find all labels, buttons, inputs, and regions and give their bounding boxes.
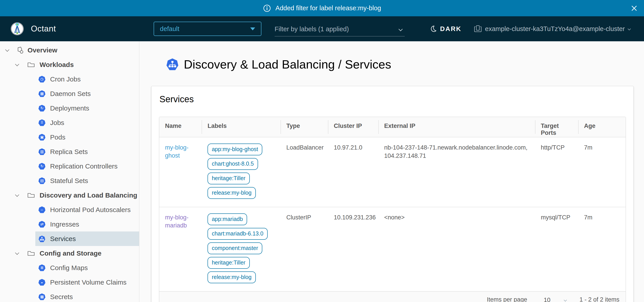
sidebar-item-pods[interactable]: ▣ Pods bbox=[35, 130, 139, 145]
cluster-ip: 10.97.21.0 bbox=[328, 137, 378, 207]
cronjob-icon: ◷ bbox=[38, 76, 46, 83]
sidebar-item-secrets[interactable]: ▩ Secrets bbox=[35, 290, 139, 302]
sidebar-item-config-maps[interactable]: ≣ Config Maps bbox=[35, 261, 139, 275]
folder-icon bbox=[28, 250, 35, 256]
column-header-cluster-ip: Cluster IP bbox=[328, 117, 378, 137]
deployment-icon: ↻ bbox=[38, 105, 46, 112]
label-pill[interactable]: app:my-blog-ghost bbox=[208, 144, 262, 155]
sidebar-item-daemon-sets[interactable]: ▦ Daemon Sets bbox=[35, 86, 139, 101]
target-ports: mysql/TCP bbox=[535, 207, 578, 291]
alert-banner: Added filter for label release:my-blog bbox=[0, 0, 644, 16]
column-header-target-ports: Target Ports bbox=[535, 117, 578, 137]
close-icon[interactable] bbox=[630, 4, 638, 12]
page-size-select[interactable]: 10 bbox=[541, 297, 567, 302]
cluster-name: example-cluster-ka3TuTzYo4a@example-clus… bbox=[485, 25, 625, 33]
app-header: Octant default Filter by labels (1 appli… bbox=[0, 16, 644, 41]
table-row: my-blog-ghost app:my-blog-ghost chart:gh… bbox=[159, 137, 626, 207]
sidebar-item-stateful-sets[interactable]: ▤ Stateful Sets bbox=[35, 173, 139, 188]
sidebar-item-ingresses[interactable]: ⇄ Ingresses bbox=[35, 217, 139, 231]
pagination-bar: Items per page 10 1 - 2 of 2 items bbox=[159, 291, 626, 302]
label-filter-dropdown[interactable]: Filter by labels (1 applied) bbox=[274, 23, 405, 36]
age: 7m bbox=[578, 207, 626, 291]
pagination-range: 1 - 2 of 2 items bbox=[580, 296, 620, 302]
service-type: ClusterIP bbox=[281, 207, 328, 291]
label-pill[interactable]: component:master bbox=[208, 242, 262, 254]
job-icon: ⠿ bbox=[38, 119, 46, 126]
service-type: LoadBalancer bbox=[281, 137, 328, 207]
service-icon bbox=[38, 235, 46, 242]
column-header-name: Name bbox=[159, 117, 202, 137]
pod-icon: ▣ bbox=[38, 134, 46, 141]
namespace-select[interactable]: default bbox=[154, 22, 262, 36]
table-header-row: Name Labels Type Cluster IP External IP … bbox=[159, 117, 626, 137]
column-header-type: Type bbox=[281, 117, 328, 137]
info-icon bbox=[263, 4, 271, 12]
external-ip: <none> bbox=[378, 207, 535, 291]
sidebar-item-replication-controllers[interactable]: ↻ Replication Controllers bbox=[35, 159, 139, 173]
chevron-down-icon bbox=[398, 27, 402, 31]
page-title-text: Discovery & Load Balancing / Services bbox=[184, 57, 391, 71]
sidebar-item-replica-sets[interactable]: ▥ Replica Sets bbox=[35, 145, 139, 159]
chevron-down-icon[interactable] bbox=[5, 47, 9, 52]
chevron-down-icon bbox=[628, 27, 631, 30]
cluster-icon bbox=[474, 25, 482, 33]
statefulset-icon: ▤ bbox=[38, 177, 46, 184]
service-name-link[interactable]: my-blog-ghost bbox=[165, 144, 196, 160]
dropdown-arrow-icon bbox=[250, 27, 255, 30]
page-size-value: 10 bbox=[544, 297, 550, 302]
moon-icon bbox=[430, 25, 437, 32]
pvc-icon: ◒ bbox=[38, 279, 46, 286]
label-pill[interactable]: chart:ghost-8.0.5 bbox=[208, 158, 258, 170]
theme-toggle-label: DARK bbox=[440, 25, 462, 33]
label-pill[interactable]: heritage:Tiller bbox=[208, 172, 250, 184]
label-pill[interactable]: heritage:Tiller bbox=[208, 257, 250, 269]
services-table: Name Labels Type Cluster IP External IP … bbox=[159, 117, 626, 302]
sidebar-group-config-and-storage[interactable]: Config and Storage bbox=[0, 246, 139, 261]
hpa-icon: ⇔ bbox=[38, 206, 46, 213]
sidebar-group-workloads[interactable]: Workloads bbox=[0, 57, 139, 72]
replication-controller-icon: ↻ bbox=[38, 163, 46, 170]
age: 7m bbox=[578, 137, 626, 207]
sidebar-item-persistent-volume-claims[interactable]: ◒ Persistent Volume Claims bbox=[35, 275, 139, 290]
target-ports: http/TCP bbox=[535, 137, 578, 207]
cluster-ip: 10.109.231.236 bbox=[328, 207, 378, 291]
label-pill[interactable]: release:my-blog bbox=[208, 271, 256, 283]
sidebar-item-jobs[interactable]: ⠿ Jobs bbox=[35, 115, 139, 130]
label-pill[interactable]: chart:mariadb-6.13.0 bbox=[208, 228, 268, 240]
chevron-down-icon[interactable] bbox=[15, 62, 19, 66]
service-icon bbox=[166, 58, 178, 70]
secret-icon: ▩ bbox=[38, 294, 46, 300]
applications-icon bbox=[16, 47, 24, 54]
octant-logo-icon bbox=[10, 22, 24, 37]
chevron-down-icon[interactable] bbox=[15, 251, 19, 255]
label-pill[interactable]: app:mariadb bbox=[208, 213, 247, 225]
cluster-dropdown[interactable]: example-cluster-ka3TuTzYo4a@example-clus… bbox=[474, 25, 630, 33]
sidebar-item-services[interactable]: Services bbox=[35, 231, 139, 246]
folder-icon bbox=[28, 192, 35, 198]
label-pill[interactable]: release:my-blog bbox=[208, 187, 256, 199]
chevron-down-icon[interactable] bbox=[15, 193, 19, 197]
column-header-external-ip: External IP bbox=[378, 117, 535, 137]
sidebar-item-horizontal-pod-autoscalers[interactable]: ⇔ Horizontal Pod Autoscalers bbox=[35, 202, 139, 217]
namespace-value: default bbox=[160, 25, 179, 33]
sidebar-item-deployments[interactable]: ↻ Deployments bbox=[35, 101, 139, 115]
card-title: Services bbox=[160, 94, 626, 104]
service-name-link[interactable]: my-blog-mariadb bbox=[165, 213, 196, 230]
folder-icon bbox=[28, 62, 35, 68]
column-header-labels: Labels bbox=[202, 117, 280, 137]
configmap-icon: ≣ bbox=[38, 265, 46, 271]
sidebar-item-cron-jobs[interactable]: ◷ Cron Jobs bbox=[35, 72, 139, 86]
page-title: Discovery & Load Balancing / Services bbox=[166, 58, 644, 71]
table-row: my-blog-mariadb app:mariadb chart:mariad… bbox=[159, 207, 626, 291]
theme-toggle[interactable]: DARK bbox=[430, 25, 462, 33]
daemonset-icon: ▦ bbox=[38, 90, 46, 97]
app-title: Octant bbox=[31, 24, 56, 33]
sidebar-nav: Overview Workloads ◷ Cron Jobs ▦ Daemon … bbox=[0, 41, 139, 302]
sidebar-item-overview[interactable]: Overview bbox=[0, 43, 139, 57]
replicaset-icon: ▥ bbox=[38, 149, 46, 155]
items-per-page-label: Items per page bbox=[487, 296, 527, 302]
sidebar-group-discovery-and-load-balancing[interactable]: Discovery and Load Balancing bbox=[0, 188, 139, 202]
external-ip: nb-104-237-148-71.newark.nodebalancer.li… bbox=[378, 137, 535, 207]
label-filter-text: Filter by labels (1 applied) bbox=[274, 25, 349, 33]
chevron-down-icon bbox=[564, 299, 567, 302]
